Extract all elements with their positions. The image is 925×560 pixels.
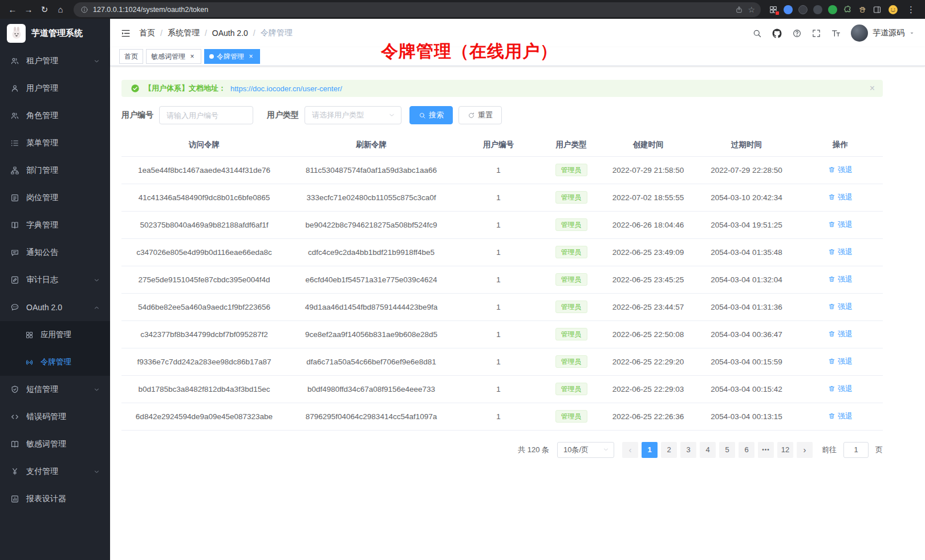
share-icon[interactable] [735, 6, 743, 14]
sidebar-item-menu[interactable]: 菜单管理 [0, 129, 110, 157]
goto-page-input[interactable] [843, 442, 869, 458]
tab-sensitive[interactable]: 敏感词管理× [146, 49, 201, 64]
reset-button[interactable]: 重置 [459, 106, 502, 124]
sidebar-item-dept[interactable]: 部门管理 [0, 157, 110, 184]
extension-green-icon[interactable] [828, 5, 837, 14]
close-icon[interactable]: × [247, 52, 255, 60]
doc-link[interactable]: https://doc.iocoder.cn/user-center/ [230, 84, 342, 93]
font-size-button[interactable] [831, 28, 841, 38]
user-type-select[interactable]: 请选择用户类型 [305, 106, 401, 124]
extension-gray-icon[interactable] [813, 5, 822, 14]
page-button-1[interactable]: 1 [642, 442, 658, 458]
extension-dark-icon[interactable] [798, 5, 808, 14]
access-token-cell: f9336e7c7dd242a283ee98dc86b17a87 [121, 348, 287, 375]
user-id-cell: 1 [456, 156, 541, 184]
sidebar-item-oauth2-token[interactable]: 令牌管理 [0, 348, 110, 376]
search-button[interactable] [752, 29, 762, 38]
sidebar-item-role[interactable]: 角色管理 [0, 102, 110, 129]
user-type-cell: 管理员 [541, 348, 601, 375]
breadcrumb-separator: / [205, 29, 207, 38]
puzzle-extension-icon[interactable] [843, 5, 852, 14]
sidebar-item-tenant[interactable]: 租户管理 [0, 47, 110, 75]
force-logout-button[interactable]: 强退 [828, 329, 853, 339]
github-button[interactable] [772, 28, 782, 39]
sidebar-item-sms[interactable]: 短信管理 [0, 376, 110, 403]
browser-menu-icon[interactable]: ⋮ [904, 5, 918, 15]
force-logout-button[interactable]: 强退 [828, 356, 853, 367]
sidebar-item-errcode[interactable]: 错误码管理 [0, 403, 110, 431]
force-logout-button[interactable]: 强退 [828, 302, 853, 312]
breadcrumb-item[interactable]: 系统管理 [168, 28, 200, 38]
select-placeholder: 请选择用户类型 [312, 110, 364, 120]
tab-home[interactable]: 首页 [119, 49, 143, 64]
site-info-icon[interactable] [80, 6, 88, 14]
extension-badged-icon[interactable] [769, 5, 778, 14]
forward-button[interactable]: → [21, 2, 36, 17]
next-page-button[interactable]: › [797, 442, 813, 458]
page-button-5[interactable]: 5 [719, 442, 735, 458]
sidebar-item-oauth2-app[interactable]: 应用管理 [0, 321, 110, 348]
reload-button[interactable]: ↻ [37, 2, 52, 17]
created-at-cell: 2022-06-26 18:04:46 [601, 211, 695, 238]
force-logout-button[interactable]: 强退 [828, 411, 853, 421]
more-pages-button[interactable]: ••• [758, 442, 774, 458]
sidebar-item-report[interactable]: 报表设计器 [0, 485, 110, 513]
force-logout-button[interactable]: 强退 [828, 247, 853, 257]
breadcrumb: 首页/系统管理/OAuth 2.0/令牌管理 [139, 28, 293, 38]
sidebar-item-label: 审计日志 [26, 275, 58, 285]
user-type-badge: 管理员 [555, 191, 587, 204]
user-id-cell: 1 [456, 293, 541, 320]
page-button-4[interactable]: 4 [700, 442, 716, 458]
force-logout-button[interactable]: 强退 [828, 192, 853, 202]
sidebar-toggle-button[interactable] [120, 28, 131, 39]
force-logout-button[interactable]: 强退 [828, 165, 853, 175]
breadcrumb-item[interactable]: 首页 [139, 28, 155, 38]
goto-suffix: 页 [875, 445, 883, 455]
user-type-badge: 管理员 [555, 410, 587, 423]
sidebar-item-oauth2[interactable]: OAuth 2.0 [0, 294, 110, 321]
force-logout-button[interactable]: 强退 [828, 274, 853, 285]
close-icon[interactable]: × [188, 52, 196, 60]
extension-blue-icon[interactable] [784, 5, 793, 14]
home-button[interactable]: ⌂ [53, 2, 68, 17]
chevron-down-icon [94, 277, 100, 283]
refresh-token-cell: cdfc4ce9c2da4bb1bdf21b9918ff4be5 [287, 238, 456, 266]
search-button[interactable]: 搜索 [409, 106, 453, 124]
address-bar[interactable]: 127.0.0.1:1024/system/oauth2/token ☆ [74, 2, 761, 17]
refresh-token-cell: be90422b8c7946218275a508bf524fc9 [287, 211, 456, 238]
user-type-cell: 管理员 [541, 375, 601, 403]
bookmark-star-icon[interactable]: ☆ [748, 6, 755, 14]
prev-page-button[interactable]: ‹ [622, 442, 638, 458]
github-icon [772, 28, 782, 39]
action-cell: 强退 [798, 320, 883, 348]
breadcrumb-item[interactable]: OAuth 2.0 [212, 29, 248, 38]
sidebar-item-sensitive[interactable]: 敏感词管理 [0, 431, 110, 458]
fullscreen-button[interactable] [812, 29, 821, 38]
back-button[interactable]: ← [5, 2, 20, 17]
user-menu[interactable]: 芋道源码 [851, 25, 915, 42]
sidebar-item-audit[interactable]: 审计日志 [0, 266, 110, 294]
sidebar-item-label: 菜单管理 [26, 138, 58, 148]
sidebar-item-dict[interactable]: 字典管理 [0, 212, 110, 239]
sidebar-item-post[interactable]: 岗位管理 [0, 184, 110, 212]
help-button[interactable] [792, 29, 802, 38]
sidebar-item-pay[interactable]: 支付管理 [0, 458, 110, 485]
force-logout-button[interactable]: 强退 [828, 384, 853, 394]
page-button-2[interactable]: 2 [661, 442, 677, 458]
user-id-input[interactable] [159, 106, 253, 124]
page-button-12[interactable]: 12 [777, 442, 793, 458]
paw-extension-icon[interactable] [858, 5, 867, 14]
profile-avatar-icon[interactable] [887, 4, 899, 15]
force-logout-button[interactable]: 强退 [828, 220, 853, 230]
url-text: 127.0.0.1:1024/system/oauth2/token [93, 6, 731, 14]
alert-close-icon[interactable]: × [870, 84, 875, 93]
app-logo[interactable]: 芋道管理系统 [0, 19, 110, 47]
access-token-cell: 275e5de9151045fe87cbdc395e004f4d [121, 266, 287, 293]
side-panel-icon[interactable] [873, 5, 882, 14]
page-button-3[interactable]: 3 [680, 442, 696, 458]
sidebar-item-notice[interactable]: 通知公告 [0, 239, 110, 266]
page-button-6[interactable]: 6 [739, 442, 754, 458]
sidebar-item-user[interactable]: 用户管理 [0, 75, 110, 102]
page-size-select[interactable]: 10条/页 [557, 442, 614, 458]
tab-token[interactable]: 令牌管理× [204, 49, 260, 64]
